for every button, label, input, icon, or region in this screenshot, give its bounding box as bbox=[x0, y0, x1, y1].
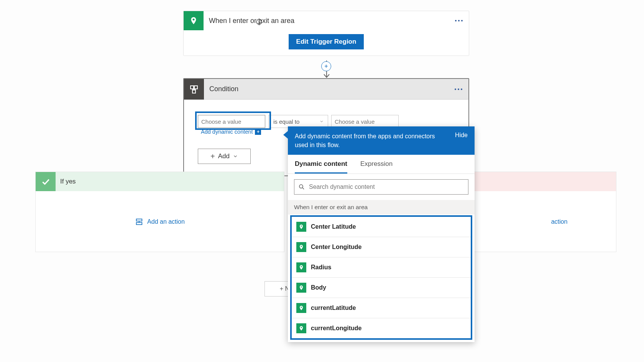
trigger-card: When I enter or exit an area Edit Trigge… bbox=[183, 11, 469, 56]
location-icon bbox=[296, 323, 306, 333]
dynamic-item-label: currentLongitude bbox=[311, 325, 361, 332]
dynamic-list: Center LatitudeCenter LongitudeRadiusBod… bbox=[292, 217, 471, 338]
trigger-title: When I enter or exit an area bbox=[204, 17, 452, 25]
svg-rect-11 bbox=[136, 223, 142, 225]
condition-icon bbox=[184, 79, 204, 100]
chevron-down-icon bbox=[233, 154, 238, 159]
dynamic-item[interactable]: currentLatitude bbox=[292, 298, 471, 318]
dynamic-search-input[interactable] bbox=[309, 183, 464, 190]
add-action-label: Add an action bbox=[147, 218, 185, 225]
plus-icon: + bbox=[255, 129, 261, 135]
dynamic-tabs: Dynamic content Expression bbox=[288, 155, 475, 174]
location-icon bbox=[296, 222, 306, 232]
trigger-menu-button[interactable] bbox=[452, 14, 466, 28]
svg-rect-10 bbox=[136, 219, 142, 221]
dynamic-item[interactable]: Radius bbox=[292, 257, 471, 278]
location-icon bbox=[296, 242, 306, 252]
operator-dropdown[interactable]: is equal to bbox=[268, 115, 328, 128]
right-value-input[interactable] bbox=[331, 115, 399, 128]
trigger-body: Edit Trigger Region bbox=[184, 30, 469, 56]
dynamic-header: Add dynamic content from the apps and co… bbox=[288, 126, 475, 155]
location-icon bbox=[296, 283, 306, 293]
branch-yes-label: If yes bbox=[56, 178, 76, 185]
edit-trigger-region-button[interactable]: Edit Trigger Region bbox=[289, 34, 364, 49]
dynamic-item-label: Body bbox=[311, 284, 326, 291]
condition-title: Condition bbox=[204, 85, 452, 93]
dynamic-section-title: When I enter or exit an area bbox=[288, 200, 475, 215]
dynamic-item[interactable]: currentLongitude bbox=[292, 318, 471, 338]
condition-row: is equal to bbox=[198, 115, 455, 128]
add-row-button[interactable]: + Add bbox=[198, 149, 251, 164]
dynamic-item-label: Center Longitude bbox=[311, 244, 361, 251]
condition-header[interactable]: Condition bbox=[184, 79, 468, 100]
svg-rect-6 bbox=[194, 86, 197, 89]
svg-point-15 bbox=[299, 185, 303, 188]
dynamic-content-popover: Add dynamic content from the apps and co… bbox=[288, 126, 475, 342]
location-icon bbox=[296, 262, 306, 272]
check-icon bbox=[36, 172, 56, 191]
tab-expression[interactable]: Expression bbox=[360, 160, 393, 174]
add-button-label: Add bbox=[218, 152, 230, 160]
dynamic-item[interactable]: Center Latitude bbox=[292, 217, 471, 237]
dynamic-header-text: Add dynamic content from the apps and co… bbox=[295, 132, 437, 149]
svg-rect-5 bbox=[191, 86, 194, 89]
dynamic-item[interactable]: Body bbox=[292, 278, 471, 298]
tab-dynamic-content[interactable]: Dynamic content bbox=[295, 160, 347, 174]
add-action-label-partial: action bbox=[551, 218, 568, 225]
branch-yes: If yes Add an action bbox=[35, 172, 284, 252]
action-icon bbox=[135, 218, 143, 226]
chevron-down-icon bbox=[319, 119, 324, 124]
dynamic-item-label: currentLatitude bbox=[311, 305, 356, 311]
insert-step-button[interactable]: + bbox=[321, 61, 331, 71]
location-icon bbox=[184, 11, 204, 30]
svg-line-16 bbox=[302, 188, 304, 190]
dynamic-item-label: Center Latitude bbox=[311, 223, 356, 230]
location-icon bbox=[296, 303, 306, 313]
svg-rect-7 bbox=[192, 90, 196, 93]
popover-callout bbox=[283, 131, 288, 139]
add-action-no[interactable]: action bbox=[551, 218, 568, 225]
dynamic-search[interactable] bbox=[294, 179, 468, 195]
cursor-icon bbox=[256, 18, 263, 26]
plus-icon: + bbox=[210, 152, 215, 161]
left-value-input[interactable] bbox=[198, 115, 265, 128]
condition-menu-button[interactable] bbox=[452, 82, 465, 96]
dynamic-list-highlight: Center LatitudeCenter LongitudeRadiusBod… bbox=[290, 215, 472, 340]
dynamic-item-label: Radius bbox=[311, 264, 331, 271]
add-dynamic-link-label: Add dynamic content bbox=[201, 129, 253, 135]
add-dynamic-content-link[interactable]: Add dynamic content + bbox=[201, 129, 261, 135]
hide-button[interactable]: Hide bbox=[455, 132, 468, 139]
operator-label: is equal to bbox=[273, 118, 299, 125]
trigger-header[interactable]: When I enter or exit an area bbox=[184, 11, 469, 30]
branch-yes-header: If yes bbox=[36, 172, 284, 191]
search-icon bbox=[298, 183, 305, 190]
add-action-yes[interactable]: Add an action bbox=[135, 218, 185, 226]
dynamic-item[interactable]: Center Longitude bbox=[292, 237, 471, 257]
